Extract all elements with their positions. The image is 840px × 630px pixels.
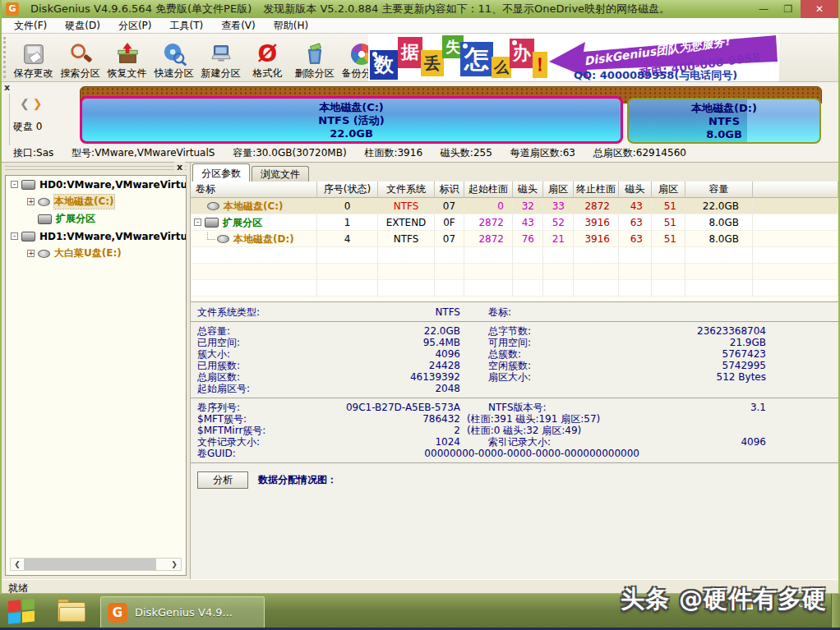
col-seq-status[interactable]: 序号(状态) (317, 182, 378, 198)
close-button[interactable]: ✕ (801, 0, 838, 18)
table-bottom-filler (191, 297, 838, 302)
tree-node-usb-e[interactable]: + 大白菜U盘(E:) (6, 245, 186, 262)
disk-nav: ❮❯ (20, 97, 45, 110)
taskbar-button-label: DiskGenius V4.9... (135, 606, 233, 619)
save-changes-button[interactable]: 保存更改 (10, 34, 57, 81)
partition-icon (38, 250, 50, 258)
col-id[interactable]: 标识 (435, 182, 464, 198)
partition-c-fs: NTFS (活动) (82, 114, 621, 127)
detail-label: 卷GUID: (191, 448, 286, 459)
tab-browse-files[interactable]: 浏览文件 (252, 166, 309, 182)
detail-value: 2048 (286, 383, 460, 394)
cell-fs: NTFS (378, 198, 435, 214)
tree-node-label: 大白菜U盘(E:) (54, 246, 122, 260)
app-icon: G (6, 2, 19, 16)
collapse-icon[interactable]: - (194, 218, 201, 226)
tree-node-extended[interactable]: 扩展分区 (6, 210, 186, 228)
partition-box-c[interactable]: 本地磁盘(C:) NTFS (活动) 22.0GB (80, 96, 623, 144)
cell-end-head: 63 (619, 214, 652, 231)
next-disk-arrow-icon[interactable]: ❯ (33, 97, 46, 110)
scroll-left-arrow-icon[interactable]: ❮ (11, 559, 24, 570)
ad-qq: QQ: 4000089958(与电话同号) (574, 68, 737, 81)
menu-help[interactable]: 帮助(H) (265, 18, 317, 33)
status-text: 就绪 (8, 582, 28, 594)
tree-node-local-c[interactable]: + 本地磁盘(C:) (6, 193, 186, 210)
partition-d-fs: NTFS (629, 115, 819, 128)
scroll-right-arrow-icon[interactable]: ❯ (168, 559, 181, 570)
save-changes-label: 保存更改 (14, 67, 53, 79)
ad-tile: 丢 (421, 50, 444, 76)
quick-partition-button[interactable]: 快速分区 (150, 34, 197, 81)
detail-row: 已用空间: 95.4MB 可用空间: 21.9GB (191, 337, 838, 348)
partition-details: 文件系统类型: NTFS 卷标: 总容量: 22.0GB 总字节数: 23623… (191, 302, 838, 489)
detail-label: 已用空间: (191, 337, 286, 348)
partition-box-d[interactable]: 本地磁盘(D:) NTFS 8.0GB (627, 98, 821, 144)
recover-files-button[interactable]: 恢复文件 (104, 34, 150, 81)
detail-value: 512 Bytes (595, 371, 766, 383)
minimize-button[interactable]: — (751, 0, 776, 18)
col-end-cylinder[interactable]: 终止柱面 (574, 182, 619, 198)
delete-partition-button[interactable]: 删除分区 (291, 34, 338, 81)
col-end-head[interactable]: 磁头 (619, 182, 652, 198)
table-empty-row (191, 247, 838, 264)
cell-start-head: 76 (513, 231, 543, 247)
table-row-local-d[interactable]: 本地磁盘(D:) 4 NTFS 07 2872 76 21 3916 63 51… (191, 231, 838, 247)
cell-start-head: 32 (513, 198, 543, 214)
analyze-button[interactable]: 分析 (197, 471, 248, 489)
cell-filler (753, 214, 838, 231)
col-volume-label[interactable]: 卷标 (191, 182, 317, 198)
show-desktop-button[interactable] (831, 594, 840, 630)
new-partition-button[interactable]: 新建分区 (197, 34, 244, 81)
ad-tile: ！ (533, 52, 547, 78)
tree-horizontal-scrollbar[interactable]: ❮ ❯ (10, 558, 182, 571)
col-start-cylinder[interactable]: 起始柱面 (464, 182, 513, 198)
file-explorer-taskbar-button[interactable] (56, 599, 89, 625)
restore-button[interactable]: ❐ (776, 0, 801, 18)
quick-partition-label: 快速分区 (155, 67, 194, 79)
collapse-icon[interactable]: - (11, 181, 18, 188)
collapse-icon[interactable]: - (11, 232, 18, 240)
cell-seq: 0 (317, 198, 378, 214)
tree-node-label: 本地磁盘(C:) (54, 195, 114, 209)
col-start-head[interactable]: 磁头 (513, 182, 543, 198)
tab-partition-parameters[interactable]: 分区参数 (192, 163, 250, 182)
diskgenius-taskbar-button[interactable]: G DiskGenius V4.9... (100, 596, 265, 628)
menu-disk[interactable]: 硬盘(D) (56, 18, 109, 33)
menu-view[interactable]: 查看(V) (212, 18, 265, 33)
col-capacity[interactable]: 容量 (685, 182, 753, 198)
disk-panel-close-icon[interactable]: x (4, 82, 10, 93)
cell-start-cyl: 2872 (464, 214, 513, 231)
menu-tools[interactable]: 工具(T) (160, 18, 212, 33)
start-button[interactable] (8, 598, 36, 626)
col-filesystem[interactable]: 文件系统 (378, 182, 435, 198)
tree-node-hd1[interactable]: - HD1:VMware,VMwareVirtualS (6, 228, 186, 245)
window-title-main: DiskGenius V4.9.6.564 免费版(单文件PE版) (30, 2, 252, 15)
search-partition-button[interactable]: 搜索分区 (57, 34, 104, 81)
table-row-extended[interactable]: - 扩展分区 1 EXTEND 0F 2872 43 52 3916 63 51… (191, 214, 838, 231)
detail-label: 总扇区数: (191, 371, 286, 383)
row-label-cell: - 扩展分区 (191, 214, 317, 231)
tree-elbow-line (207, 232, 215, 240)
format-button[interactable]: Ø 格式化 (244, 34, 291, 81)
tree-panel-close-icon[interactable]: x (174, 162, 185, 172)
expand-icon[interactable]: + (27, 250, 35, 257)
extended-partition-icon (205, 218, 219, 228)
scrollbar-thumb[interactable] (24, 559, 156, 570)
expand-icon[interactable]: + (27, 198, 35, 205)
col-end-sector[interactable]: 扇区 (652, 182, 685, 198)
disk-info-capacity: 容量:30.0GB(30720MB) (233, 147, 346, 159)
data-allocation-label: 数据分配情况图： (258, 473, 337, 487)
cell-fs: NTFS (378, 231, 435, 247)
prev-disk-arrow-icon[interactable]: ❮ (20, 97, 33, 110)
content-panel: 分区参数 浏览文件 卷标 序号(状态) 文件系统 标识 起始柱面 磁头 扇区 终… (191, 163, 838, 579)
menu-partition[interactable]: 分区(P) (109, 18, 161, 33)
col-start-sector[interactable]: 扇区 (543, 182, 574, 198)
cell-id: 07 (435, 198, 464, 214)
hard-drive-icon (21, 180, 35, 190)
ad-banner[interactable]: 数 据 丢 失 怎 么 办 ！ DiskGenius团队为您服务! 致电: 40… (368, 34, 779, 81)
table-row-local-c[interactable]: 本地磁盘(C:) 0 NTFS 07 0 32 33 2872 43 51 22… (191, 198, 838, 214)
tree-node-hd0[interactable]: - HD0:VMware,VMwareVirtualS (6, 176, 186, 193)
detail-value: 95.4MB (286, 337, 460, 348)
search-partition-icon (67, 41, 94, 67)
menu-file[interactable]: 文件(F) (5, 18, 56, 33)
